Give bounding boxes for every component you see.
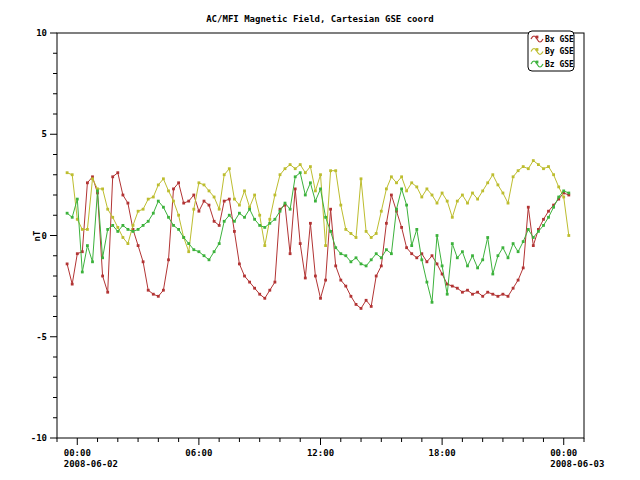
series-marker (562, 190, 565, 193)
series-marker (395, 181, 398, 184)
series-marker (344, 285, 347, 288)
series-marker (111, 224, 114, 227)
series-marker (319, 188, 322, 191)
series-marker (410, 244, 413, 247)
legend-group: Bx GSEBy GSEBz GSE (528, 31, 574, 71)
series-marker (329, 169, 332, 172)
series-marker (284, 202, 287, 205)
series-marker (557, 196, 560, 199)
series-marker (542, 167, 545, 170)
series-marker (309, 222, 312, 225)
series-marker (350, 232, 353, 235)
series-marker (309, 181, 312, 184)
series-marker (481, 190, 484, 193)
series-marker (157, 295, 160, 298)
series-marker (380, 265, 383, 268)
series-marker (177, 181, 180, 184)
series-marker (248, 208, 251, 211)
x-tick-label: 12:00 (307, 448, 334, 458)
series-marker (370, 305, 373, 308)
series-marker (203, 254, 206, 257)
series-marker (177, 228, 180, 231)
series-marker (279, 173, 282, 176)
series-marker (147, 220, 150, 223)
series-marker (208, 258, 211, 261)
series-marker (182, 202, 185, 205)
series-marker (461, 250, 464, 253)
series-marker (137, 210, 140, 213)
series-marker (375, 232, 378, 235)
series-marker (522, 165, 525, 168)
series-marker (339, 204, 342, 207)
series-marker (213, 196, 216, 199)
series-marker (436, 234, 439, 237)
legend-item-label: Bx GSE (545, 35, 574, 44)
series-marker (192, 248, 195, 251)
series-marker (233, 198, 236, 201)
series-marker (208, 204, 211, 207)
series-marker (304, 277, 307, 280)
series-marker (350, 295, 353, 298)
series-marker (507, 202, 510, 205)
series-marker (512, 242, 515, 245)
series-marker (304, 171, 307, 174)
series-marker (329, 230, 332, 233)
series-marker (127, 202, 130, 205)
series-marker (491, 173, 494, 176)
series-marker (66, 212, 69, 215)
series-marker (527, 206, 530, 209)
series-marker (517, 279, 520, 282)
series-marker (405, 246, 408, 249)
series-marker (116, 171, 119, 174)
series-marker (142, 260, 145, 263)
series-marker (456, 200, 459, 203)
series-marker (375, 252, 378, 255)
series-marker (552, 173, 555, 176)
series-marker (152, 212, 155, 215)
series-marker (497, 254, 500, 257)
series-marker (451, 242, 454, 245)
series-marker (198, 250, 201, 253)
series-marker (512, 175, 515, 178)
series-marker (132, 224, 135, 227)
series-marker (420, 258, 423, 261)
series-marker (314, 275, 317, 278)
series-marker (263, 297, 266, 300)
series-marker (263, 226, 266, 229)
series-marker (122, 224, 125, 227)
plot-frame (57, 33, 584, 438)
series-marker (446, 200, 449, 203)
series-marker (122, 236, 125, 239)
series-marker (547, 165, 550, 168)
series-marker (147, 289, 150, 292)
series-marker (476, 267, 479, 270)
series-marker (274, 194, 277, 197)
series-marker (233, 230, 236, 233)
series-marker (441, 265, 444, 268)
series-marker (228, 167, 231, 170)
series-marker (512, 287, 515, 290)
legend-marker-point (536, 61, 539, 64)
series-marker (172, 200, 175, 203)
series-marker (304, 194, 307, 197)
series-marker (218, 242, 221, 245)
x-tick-label: 00:00 (64, 448, 91, 458)
series-marker (213, 220, 216, 223)
series-marker (481, 258, 484, 261)
series-marker (208, 190, 211, 193)
series-marker (451, 216, 454, 219)
series-marker (517, 250, 520, 253)
series-marker (218, 208, 221, 211)
series-marker (258, 224, 261, 227)
series-marker (111, 216, 114, 219)
series-marker (289, 252, 292, 255)
series-marker (502, 246, 505, 249)
series-marker (81, 228, 84, 231)
series-marker (203, 200, 206, 203)
series-marker (253, 194, 256, 197)
series-marker (410, 181, 413, 184)
series-marker (380, 256, 383, 259)
series-marker (400, 175, 403, 178)
series-marker (71, 216, 74, 219)
series-marker (390, 194, 393, 197)
